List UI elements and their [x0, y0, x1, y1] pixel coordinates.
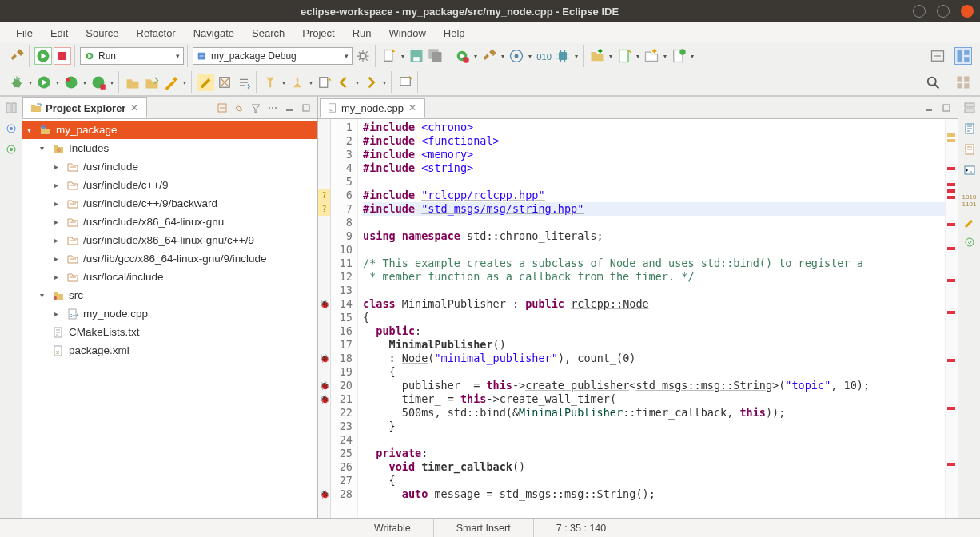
run-green-icon[interactable] — [35, 74, 53, 91]
breakpoints-view-icon[interactable] — [3, 121, 19, 137]
target-icon[interactable] — [508, 47, 525, 65]
menu-window[interactable]: Window — [381, 24, 434, 42]
profile-icon[interactable] — [62, 74, 80, 91]
preva-dropdown[interactable]: ▾ — [308, 79, 314, 86]
hammer-dropdown[interactable]: ▾ — [500, 53, 506, 60]
run2-dropdown[interactable]: ▾ — [54, 79, 61, 86]
binary-icon[interactable]: 010 — [535, 47, 552, 65]
external-dropdown[interactable]: ▾ — [472, 53, 479, 60]
new-project-icon[interactable] — [588, 47, 606, 65]
prev-annotation-icon[interactable] — [289, 74, 306, 91]
error-marker-icon[interactable]: 🐞 — [318, 487, 330, 501]
code-text[interactable]: #include <chrono> #include <functional> … — [358, 119, 945, 518]
restore-right-view-icon[interactable] — [962, 100, 978, 116]
window-close-button[interactable] — [961, 5, 974, 18]
hammer-icon[interactable] — [480, 47, 498, 65]
run3-dropdown[interactable]: ▾ — [109, 79, 115, 86]
debug-dropdown[interactable]: ▾ — [27, 79, 34, 86]
last-edit-icon[interactable] — [316, 74, 333, 91]
pin-editor-icon[interactable] — [396, 74, 414, 91]
tree-xml[interactable]: xpackage.xml — [22, 341, 317, 360]
tree-root-my-package[interactable]: ▾ my_package — [22, 121, 317, 139]
menu-source[interactable]: Source — [78, 24, 126, 42]
menu-refactor[interactable]: Refactor — [129, 24, 184, 42]
menu-search[interactable]: Search — [244, 24, 293, 42]
open-type-icon[interactable] — [124, 74, 141, 91]
fwd-dropdown[interactable]: ▾ — [381, 79, 388, 86]
chip-dropdown[interactable]: ▾ — [573, 53, 580, 60]
tree-include-0[interactable]: ▸/usr/include — [22, 157, 317, 176]
run-red-icon[interactable] — [90, 74, 107, 91]
error-marker-icon[interactable]: 🐞 — [318, 352, 330, 365]
wand-dropdown[interactable]: ▾ — [181, 79, 188, 86]
marker-ruler[interactable]: ? ? 🐞 🐞 🐞 🐞 🐞 — [318, 119, 331, 518]
new-folder-icon[interactable] — [643, 47, 660, 65]
run-external-icon[interactable] — [453, 47, 471, 65]
profile-dropdown[interactable]: ▾ — [82, 79, 88, 86]
minimize-view-icon[interactable] — [281, 100, 297, 116]
save-icon[interactable] — [408, 47, 425, 65]
back-nav-icon[interactable] — [335, 74, 353, 91]
debug-icon[interactable] — [8, 74, 26, 91]
build-targets-view-icon[interactable] — [3, 141, 19, 157]
menu-run[interactable]: Run — [345, 24, 380, 42]
terminal-view-icon[interactable] — [962, 162, 978, 178]
tree-include-6[interactable]: ▸/usr/local/include — [22, 268, 317, 286]
project-explorer-close-icon[interactable]: ✕ — [129, 102, 140, 113]
show-whitespace-icon[interactable] — [235, 74, 253, 91]
editor-maximize-icon[interactable] — [938, 100, 954, 116]
wand-icon[interactable] — [162, 74, 180, 91]
editor-minimize-icon[interactable] — [921, 100, 937, 116]
target-view-icon[interactable] — [962, 234, 978, 250]
editor-tab-mynode[interactable]: c my_node.cpp ✕ — [320, 98, 425, 118]
toggle-mark-icon[interactable] — [197, 74, 214, 91]
tree-include-5[interactable]: ▸/usr/lib/gcc/x86_64-linux-gnu/9/include — [22, 249, 317, 268]
menu-edit[interactable]: Edit — [42, 24, 76, 42]
tree-include-2[interactable]: ▸/usr/include/c++/9/backward — [22, 194, 317, 213]
project-tree[interactable]: ▾ my_package ▾ ⎋ Includes ▸/usr/include … — [22, 119, 317, 518]
new-class-icon[interactable] — [615, 47, 633, 65]
warning-marker-icon[interactable]: ? — [318, 202, 330, 216]
open-perspective-icon[interactable] — [954, 74, 972, 91]
maximize-view-icon[interactable] — [298, 100, 314, 116]
tree-include-4[interactable]: ▸/usr/include/x86_64-linux-gnu/c++/9 — [22, 231, 317, 249]
link-editor-icon[interactable] — [231, 100, 247, 116]
menu-help[interactable]: Help — [436, 24, 473, 42]
forward-nav-icon[interactable] — [362, 74, 380, 91]
outline-view-icon[interactable] — [962, 121, 978, 137]
line-number-gutter[interactable]: 12345678910 11121314151617181920 2122232… — [331, 119, 358, 518]
warning-marker-icon[interactable]: ? — [318, 189, 330, 202]
error-marker-icon[interactable]: 🐞 — [318, 379, 330, 392]
filter-icon[interactable] — [248, 100, 264, 116]
window-maximize-button[interactable] — [937, 5, 950, 18]
project-explorer-tab[interactable]: Project Explorer ✕ — [22, 97, 147, 118]
overview-ruler[interactable] — [945, 119, 958, 518]
newsrc-dropdown[interactable]: ▾ — [689, 53, 695, 60]
task-list-view-icon[interactable] — [962, 141, 978, 157]
editor-tab-close-icon[interactable]: ✕ — [407, 102, 418, 113]
tree-include-3[interactable]: ▸/usr/include/x86_64-linux-gnu — [22, 213, 317, 231]
chip-icon[interactable] — [554, 47, 572, 65]
window-minimize-button[interactable] — [913, 5, 926, 18]
new-file-icon[interactable] — [380, 47, 398, 65]
wand-view-icon[interactable] — [962, 213, 978, 229]
error-marker-icon[interactable]: 🐞 — [318, 297, 330, 311]
tree-includes[interactable]: ▾ ⎋ Includes — [22, 139, 317, 157]
newclass-dropdown[interactable]: ▾ — [635, 53, 641, 60]
stop-button[interactable] — [54, 47, 71, 65]
toggle-block-icon[interactable] — [216, 74, 233, 91]
hammer-build-icon[interactable] — [8, 47, 26, 65]
newfolder-dropdown[interactable]: ▾ — [662, 53, 668, 60]
code-editor[interactable]: ? ? 🐞 🐞 🐞 🐞 🐞 12345678910 11121314151617… — [318, 119, 958, 518]
view-menu-icon[interactable] — [265, 100, 281, 116]
new-source-icon[interactable] — [670, 47, 687, 65]
tree-src[interactable]: ▾ src — [22, 286, 317, 304]
minimap-view-icon[interactable]: 10101101 — [962, 193, 978, 209]
next-annotation-icon[interactable] — [261, 74, 279, 91]
target-dropdown[interactable]: ▾ — [527, 53, 533, 60]
save-all-icon[interactable] — [427, 47, 444, 65]
perspective-cpp-icon[interactable] — [954, 47, 972, 65]
run-button[interactable] — [34, 47, 52, 65]
newproj-dropdown[interactable]: ▾ — [608, 53, 614, 60]
tree-include-1[interactable]: ▸/usr/include/c++/9 — [22, 176, 317, 194]
